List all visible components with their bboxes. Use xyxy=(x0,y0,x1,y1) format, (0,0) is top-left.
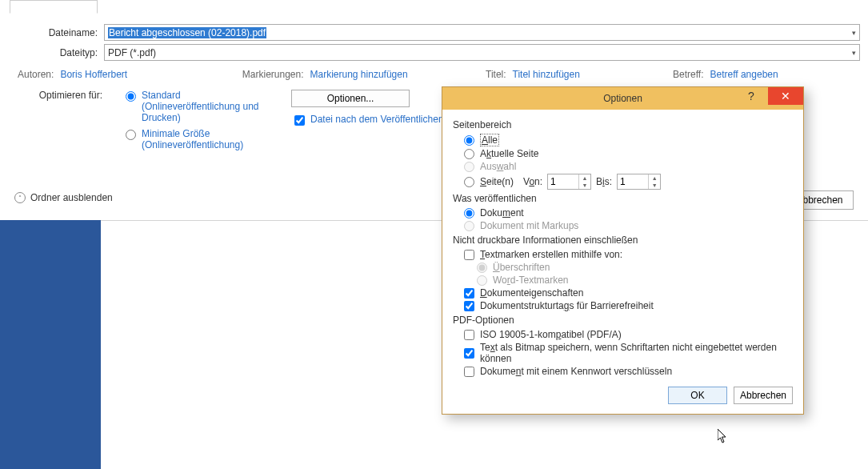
close-button[interactable]: ✕ xyxy=(768,87,803,105)
filetype-label: Dateityp: xyxy=(8,47,104,58)
bookmarks-headings-radio xyxy=(477,263,487,273)
publish-document[interactable]: Dokument xyxy=(464,207,793,218)
title-value[interactable]: Titel hinzufügen xyxy=(513,69,580,80)
filename-row: Dateiname: Bericht abgeschlossen (02-201… xyxy=(8,24,860,41)
pagerange-all[interactable]: Alle xyxy=(464,134,793,146)
structtags-checkbox[interactable] xyxy=(464,301,474,311)
options-dialog: Optionen ? ✕ Seitenbereich Alle Aktuelle… xyxy=(442,86,804,415)
filetype-value: PDF (*.pdf) xyxy=(108,47,156,58)
filetype-row: Dateityp: PDF (*.pdf) ▾ xyxy=(8,44,860,61)
title-label: Titel: xyxy=(486,69,506,80)
publish-label: Was veröffentlichen xyxy=(453,193,793,204)
help-button[interactable]: ? xyxy=(734,87,768,105)
pages-from-input[interactable] xyxy=(548,174,578,189)
spin-down-icon[interactable]: ▼ xyxy=(579,182,590,189)
tab-stub xyxy=(10,0,98,14)
optimize-minimal[interactable]: Minimale Größe (Onlineveröffentlichung) xyxy=(122,128,274,150)
options-title-text: Optionen xyxy=(603,93,642,104)
subject-label: Betreff: xyxy=(673,69,703,80)
pagerange-current[interactable]: Aktuelle Seite xyxy=(464,148,793,159)
nonprint-label: Nicht druckbare Informationen einschließ… xyxy=(453,234,793,246)
publish-with-markup-radio xyxy=(464,221,474,231)
docprops-checkbox[interactable] xyxy=(464,288,474,299)
pdf-iso-checkbox[interactable] xyxy=(464,330,474,340)
spin-up-icon[interactable]: ▲ xyxy=(649,174,660,182)
optimize-standard-radio[interactable] xyxy=(126,91,136,102)
tags-value[interactable]: Markierung hinzufügen xyxy=(310,69,408,80)
options-button[interactable]: Optionen... xyxy=(291,90,410,107)
pagerange-pages-radio[interactable] xyxy=(464,177,474,187)
pagerange-current-radio[interactable] xyxy=(464,149,474,159)
pdf-encrypt-row[interactable]: Dokument mit einem Kennwort verschlüssel… xyxy=(464,366,793,377)
options-body: Seitenbereich Alle Aktuelle Seite Auswah… xyxy=(442,110,803,414)
filename-label: Dateiname: xyxy=(8,27,104,38)
bookmarks-checkbox[interactable] xyxy=(464,250,474,260)
pagerange-all-radio[interactable] xyxy=(464,135,474,146)
spin-down-icon[interactable]: ▼ xyxy=(649,182,660,189)
spin-up-icon[interactable]: ▲ xyxy=(579,174,590,182)
word-blue-panel xyxy=(0,220,101,469)
optimize-radio-group: Standard (Onlineveröffentlichung und Dru… xyxy=(122,90,274,155)
pdf-bitmap-row[interactable]: Text als Bitmap speichern, wenn Schrifta… xyxy=(464,342,793,364)
pages-to-spin[interactable]: ▲▼ xyxy=(617,174,661,190)
open-after-checkbox[interactable] xyxy=(294,115,305,126)
options-dialog-footer: OK Abbrechen xyxy=(453,387,793,404)
pdf-bitmap-checkbox[interactable] xyxy=(464,348,474,359)
optimize-standard[interactable]: Standard (Onlineveröffentlichung und Dru… xyxy=(122,90,274,123)
authors-label: Autoren: xyxy=(18,69,54,80)
pages-to-input[interactable] xyxy=(618,174,648,189)
pdf-iso-row[interactable]: ISO 19005-1-kompatibel (PDF/A) xyxy=(464,329,793,340)
filename-combo[interactable]: Bericht abgeschlossen (02-2018).pdf ▾ xyxy=(104,24,860,41)
bookmarks-checkbox-row[interactable]: Textmarken erstellen mithilfe von: xyxy=(464,249,793,260)
optimize-label: Optimieren für: xyxy=(18,90,104,101)
pagerange-selection-radio xyxy=(464,162,474,172)
filename-value: Bericht abgeschlossen (02-2018).pdf xyxy=(108,27,266,38)
bookmarks-word-radio xyxy=(477,275,487,286)
publish-with-markup: Dokument mit Markups xyxy=(464,220,793,231)
publish-document-radio[interactable] xyxy=(464,208,474,218)
chevron-down-icon[interactable]: ▾ xyxy=(852,49,856,57)
options-titlebar[interactable]: Optionen ? ✕ xyxy=(442,87,803,110)
pagerange-selection: Auswahl xyxy=(464,161,793,172)
cancel-button[interactable]: Abbrechen xyxy=(734,387,793,404)
pdf-encrypt-checkbox[interactable] xyxy=(464,367,474,377)
chevron-down-icon[interactable]: ▾ xyxy=(852,29,856,37)
metadata-row: Autoren: Boris Hofferbert Markierungen: … xyxy=(8,69,860,80)
authors-value[interactable]: Boris Hofferbert xyxy=(60,69,127,80)
bookmarks-word: Word-Textmarken xyxy=(477,275,793,286)
bookmarks-headings: Überschriften xyxy=(477,262,793,273)
filetype-combo[interactable]: PDF (*.pdf) ▾ xyxy=(104,44,860,61)
docprops-checkbox-row[interactable]: Dokumenteigenschaften xyxy=(464,287,793,299)
pagerange-pages[interactable]: Seite(n) Von: ▲▼ Bis: ▲▼ xyxy=(464,174,793,190)
pages-from-label: Von: xyxy=(523,176,542,187)
ok-button[interactable]: OK xyxy=(668,387,727,404)
pages-from-spin[interactable]: ▲▼ xyxy=(547,174,591,190)
pdfoptions-label: PDF-Optionen xyxy=(453,315,793,326)
tags-label: Markierungen: xyxy=(242,69,304,80)
pagerange-label: Seitenbereich xyxy=(453,119,793,130)
subject-value[interactable]: Betreff angeben xyxy=(710,69,778,80)
pages-to-label: Bis: xyxy=(596,176,612,187)
optimize-minimal-radio[interactable] xyxy=(126,130,136,140)
hide-folders[interactable]: ˄ Ordner ausblenden xyxy=(14,192,113,203)
structtags-checkbox-row[interactable]: Dokumentstrukturtags für Barrierefreihei… xyxy=(464,300,793,311)
chevron-up-icon: ˄ xyxy=(14,192,26,203)
